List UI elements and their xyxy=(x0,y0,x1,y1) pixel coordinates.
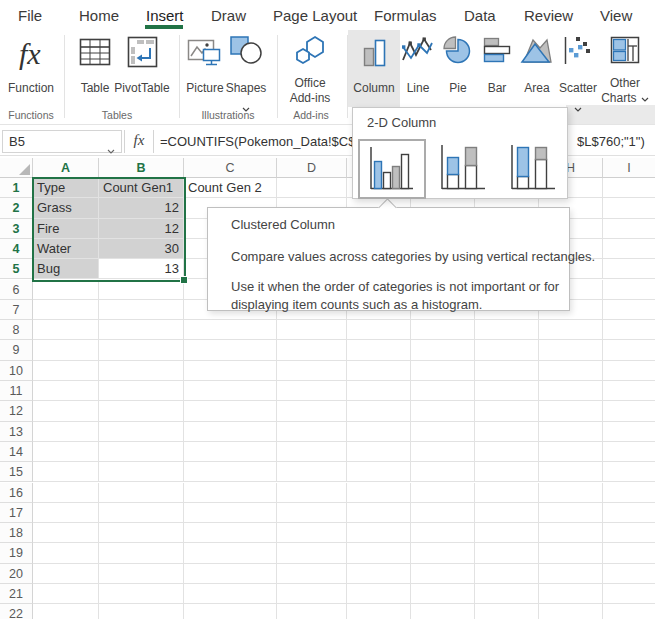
cell-D8[interactable] xyxy=(277,320,347,340)
cell-I19[interactable] xyxy=(603,543,655,563)
cell-H9[interactable] xyxy=(539,340,603,360)
cell-A16[interactable] xyxy=(33,483,99,503)
cell-H15[interactable] xyxy=(539,462,603,482)
cell-H19[interactable] xyxy=(539,543,603,563)
formula-input[interactable]: =COUNTIFS(Pokemon_Data!$C$ xyxy=(160,128,355,155)
tab-file[interactable]: File xyxy=(18,7,42,24)
cell-H16[interactable] xyxy=(539,483,603,503)
cell-C11[interactable] xyxy=(184,381,277,401)
cell-F16[interactable] xyxy=(411,483,475,503)
tab-data[interactable]: Data xyxy=(464,7,496,24)
cell-I6[interactable] xyxy=(603,280,655,300)
row-header-20[interactable]: 20 xyxy=(0,564,33,584)
office-addins-button[interactable]: Office Add-ins xyxy=(282,30,338,107)
row-header-6[interactable]: 6 xyxy=(0,280,33,300)
cell-G20[interactable] xyxy=(475,564,539,584)
cell-I4[interactable] xyxy=(603,239,655,259)
cell-F10[interactable] xyxy=(411,361,475,381)
cell-I3[interactable] xyxy=(603,219,655,239)
cell-B1[interactable]: Count Gen1 xyxy=(99,178,184,198)
cell-G16[interactable] xyxy=(475,483,539,503)
pie-chart-button[interactable]: Pie xyxy=(440,30,476,107)
cell-B11[interactable] xyxy=(99,381,184,401)
cell-H14[interactable] xyxy=(539,442,603,462)
shapes-button[interactable]: Shapes xyxy=(224,30,268,107)
stacked-column-option[interactable] xyxy=(435,143,491,197)
cell-D11[interactable] xyxy=(277,381,347,401)
tab-draw[interactable]: Draw xyxy=(211,7,246,24)
cell-H12[interactable] xyxy=(539,401,603,421)
cell-I20[interactable] xyxy=(603,564,655,584)
cell-I8[interactable] xyxy=(603,320,655,340)
cell-E13[interactable] xyxy=(347,422,411,442)
cell-G15[interactable] xyxy=(475,462,539,482)
cell-A8[interactable] xyxy=(33,320,99,340)
cell-I15[interactable] xyxy=(603,462,655,482)
row-header-3[interactable]: 3 xyxy=(0,219,33,239)
cell-G19[interactable] xyxy=(475,543,539,563)
cell-E15[interactable] xyxy=(347,462,411,482)
cell-D15[interactable] xyxy=(277,462,347,482)
row-header-11[interactable]: 11 xyxy=(0,381,33,401)
row-header-17[interactable]: 17 xyxy=(0,503,33,523)
cell-C15[interactable] xyxy=(184,462,277,482)
cell-F8[interactable] xyxy=(411,320,475,340)
cell-B16[interactable] xyxy=(99,483,184,503)
row-header-4[interactable]: 4 xyxy=(0,239,33,259)
cell-A3[interactable]: Fire xyxy=(33,219,99,239)
cell-G11[interactable] xyxy=(475,381,539,401)
tab-view[interactable]: View xyxy=(600,7,632,24)
cell-D12[interactable] xyxy=(277,401,347,421)
cell-C14[interactable] xyxy=(184,442,277,462)
cell-D21[interactable] xyxy=(277,584,347,604)
row-header-15[interactable]: 15 xyxy=(0,462,33,482)
cell-A7[interactable] xyxy=(33,300,99,320)
cell-I9[interactable] xyxy=(603,340,655,360)
row-header-2[interactable]: 2 xyxy=(0,198,33,218)
cell-E21[interactable] xyxy=(347,584,411,604)
cell-I18[interactable] xyxy=(603,523,655,543)
cell-A20[interactable] xyxy=(33,564,99,584)
cell-F14[interactable] xyxy=(411,442,475,462)
cell-E9[interactable] xyxy=(347,340,411,360)
cell-C12[interactable] xyxy=(184,401,277,421)
cell-I17[interactable] xyxy=(603,503,655,523)
cell-A14[interactable] xyxy=(33,442,99,462)
cell-A12[interactable] xyxy=(33,401,99,421)
cell-G8[interactable] xyxy=(475,320,539,340)
cell-C10[interactable] xyxy=(184,361,277,381)
cell-G10[interactable] xyxy=(475,361,539,381)
function-button[interactable]: fx Function xyxy=(3,30,59,107)
row-header-5[interactable]: 5 xyxy=(0,259,33,279)
row-header-1[interactable]: 1 xyxy=(0,178,33,198)
row-header-9[interactable]: 9 xyxy=(0,340,33,360)
cell-A18[interactable] xyxy=(33,523,99,543)
cell-A19[interactable] xyxy=(33,543,99,563)
chevron-down-icon[interactable] xyxy=(574,98,582,116)
cell-I21[interactable] xyxy=(603,584,655,604)
cell-B20[interactable] xyxy=(99,564,184,584)
cell-E16[interactable] xyxy=(347,483,411,503)
cell-C8[interactable] xyxy=(184,320,277,340)
cell-B17[interactable] xyxy=(99,503,184,523)
column-header-C[interactable]: C xyxy=(184,158,277,178)
chevron-down-icon[interactable] xyxy=(107,139,115,160)
cell-F15[interactable] xyxy=(411,462,475,482)
column-header-I[interactable]: I xyxy=(603,158,655,178)
cell-B14[interactable] xyxy=(99,442,184,462)
cell-B10[interactable] xyxy=(99,361,184,381)
cell-B3[interactable]: 12 xyxy=(99,219,184,239)
cell-E10[interactable] xyxy=(347,361,411,381)
cell-A9[interactable] xyxy=(33,340,99,360)
row-header-14[interactable]: 14 xyxy=(0,442,33,462)
other-charts-button[interactable]: Other Charts xyxy=(596,30,654,107)
area-chart-button[interactable]: Area xyxy=(517,30,557,107)
cell-I14[interactable] xyxy=(603,442,655,462)
row-header-7[interactable]: 7 xyxy=(0,300,33,320)
row-header-10[interactable]: 10 xyxy=(0,361,33,381)
cell-F17[interactable] xyxy=(411,503,475,523)
row-header-19[interactable]: 19 xyxy=(0,543,33,563)
cell-C19[interactable] xyxy=(184,543,277,563)
cell-C17[interactable] xyxy=(184,503,277,523)
cell-I12[interactable] xyxy=(603,401,655,421)
